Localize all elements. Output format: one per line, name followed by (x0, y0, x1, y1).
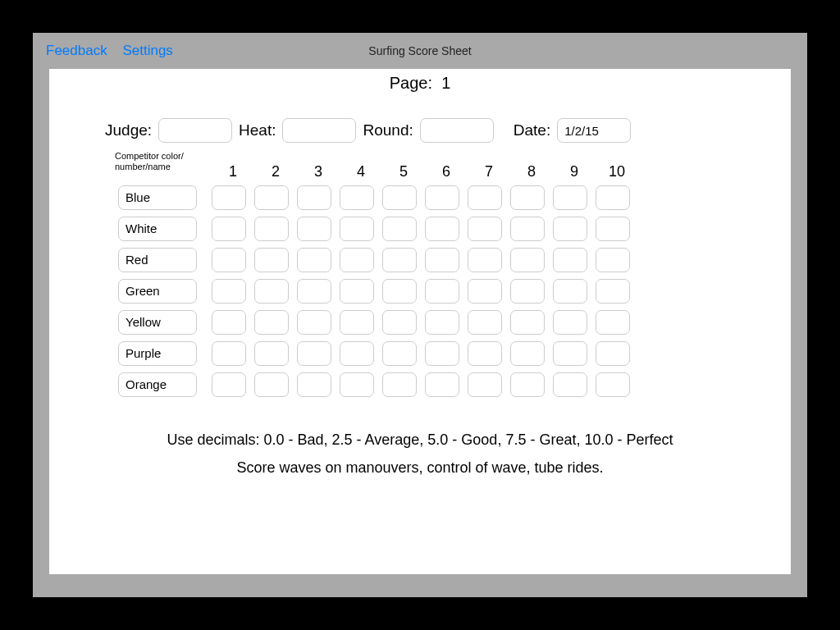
score-input[interactable] (468, 372, 502, 397)
score-input[interactable] (553, 279, 587, 304)
score-input[interactable] (468, 341, 502, 366)
score-input[interactable] (212, 185, 246, 210)
score-input[interactable] (510, 185, 545, 210)
score-input[interactable] (425, 341, 459, 366)
score-input[interactable] (297, 341, 331, 366)
score-input[interactable] (254, 217, 289, 241)
score-row: Blue (118, 185, 638, 210)
meta-row: Judge: Heat: Round: Date: (105, 118, 631, 143)
competitor-label[interactable]: Orange (118, 372, 197, 397)
page-number: 1 (441, 74, 450, 92)
column-header-10: 10 (596, 163, 638, 180)
competitor-label[interactable]: Purple (118, 341, 197, 366)
score-input[interactable] (596, 248, 630, 272)
competitor-label[interactable]: White (118, 217, 197, 241)
competitor-label[interactable]: Blue (118, 185, 197, 210)
settings-link[interactable]: Settings (122, 43, 172, 58)
column-header-2: 2 (254, 163, 297, 180)
score-input[interactable] (553, 217, 587, 241)
score-input[interactable] (254, 279, 289, 304)
score-input[interactable] (382, 310, 417, 335)
score-input[interactable] (510, 341, 545, 366)
score-grid: 12345678910 BlueWhiteRedGreenYellowPurpl… (118, 163, 638, 404)
score-input[interactable] (596, 341, 630, 366)
round-label: Round: (363, 121, 413, 139)
feedback-link[interactable]: Feedback (46, 43, 107, 58)
score-input[interactable] (425, 217, 459, 241)
help-text-scale: Use decimals: 0.0 - Bad, 2.5 - Average, … (49, 431, 791, 449)
score-input[interactable] (425, 248, 459, 272)
score-input[interactable] (596, 372, 630, 397)
score-input[interactable] (510, 217, 545, 241)
score-input[interactable] (596, 185, 630, 210)
score-input[interactable] (382, 217, 417, 241)
score-input[interactable] (340, 310, 374, 335)
score-input[interactable] (382, 279, 417, 304)
score-input[interactable] (212, 217, 246, 241)
score-input[interactable] (254, 310, 289, 335)
column-header-5: 5 (382, 163, 425, 180)
heat-label: Heat: (239, 121, 276, 139)
score-input[interactable] (254, 185, 289, 210)
score-input[interactable] (553, 341, 587, 366)
score-input[interactable] (297, 248, 331, 272)
score-input[interactable] (340, 185, 374, 210)
score-input[interactable] (212, 279, 246, 304)
score-input[interactable] (212, 248, 246, 272)
competitor-label[interactable]: Red (118, 248, 197, 272)
app-chrome: Feedback Settings Surfing Score Sheet Pa… (33, 33, 807, 597)
competitor-label[interactable]: Green (118, 279, 197, 304)
score-input[interactable] (382, 248, 417, 272)
score-input[interactable] (596, 279, 630, 304)
score-input[interactable] (382, 185, 417, 210)
nav-bar: Feedback Settings Surfing Score Sheet (33, 33, 807, 69)
score-input[interactable] (596, 217, 630, 241)
score-input[interactable] (425, 279, 459, 304)
score-input[interactable] (425, 185, 459, 210)
score-input[interactable] (468, 185, 502, 210)
score-input[interactable] (340, 279, 374, 304)
date-input[interactable] (557, 118, 631, 143)
score-input[interactable] (596, 310, 630, 335)
score-input[interactable] (297, 310, 331, 335)
score-input[interactable] (510, 279, 545, 304)
score-input[interactable] (553, 372, 587, 397)
score-input[interactable] (212, 372, 246, 397)
score-input[interactable] (297, 279, 331, 304)
score-input[interactable] (553, 185, 587, 210)
score-input[interactable] (340, 217, 374, 241)
column-header-7: 7 (468, 163, 510, 180)
score-input[interactable] (297, 372, 331, 397)
score-input[interactable] (212, 310, 246, 335)
competitor-label[interactable]: Yellow (118, 310, 197, 335)
score-input[interactable] (510, 248, 545, 272)
heat-input[interactable] (282, 118, 356, 143)
score-input[interactable] (553, 248, 587, 272)
score-input[interactable] (340, 372, 374, 397)
round-input[interactable] (420, 118, 494, 143)
judge-input[interactable] (158, 118, 232, 143)
score-input[interactable] (254, 372, 289, 397)
score-input[interactable] (340, 248, 374, 272)
score-sheet: Page: 1 Judge: Heat: Round: Date: Compet… (49, 69, 791, 574)
score-input[interactable] (340, 341, 374, 366)
score-input[interactable] (382, 341, 417, 366)
score-row: Red (118, 248, 638, 272)
score-input[interactable] (468, 217, 502, 241)
score-input[interactable] (297, 217, 331, 241)
score-input[interactable] (468, 279, 502, 304)
column-header-3: 3 (297, 163, 340, 180)
score-input[interactable] (254, 341, 289, 366)
score-input[interactable] (468, 310, 502, 335)
score-input[interactable] (425, 310, 459, 335)
score-input[interactable] (510, 310, 545, 335)
score-input[interactable] (382, 372, 417, 397)
score-input[interactable] (297, 185, 331, 210)
score-input[interactable] (425, 372, 459, 397)
score-input[interactable] (212, 341, 246, 366)
score-row: Yellow (118, 310, 638, 335)
score-input[interactable] (553, 310, 587, 335)
score-input[interactable] (510, 372, 545, 397)
score-input[interactable] (254, 248, 289, 272)
score-input[interactable] (468, 248, 502, 272)
